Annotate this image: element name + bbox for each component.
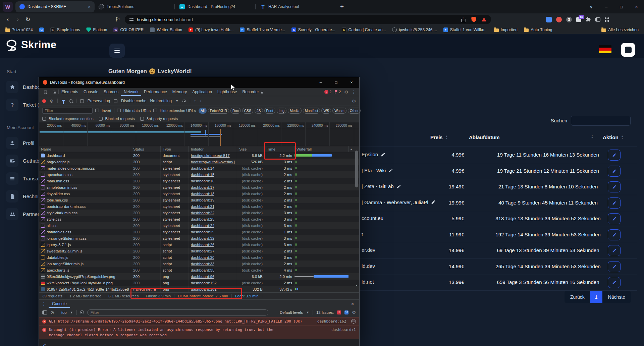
initiator-link[interactable]: dashboard:161 [191,287,217,291]
throttling-select[interactable]: No throttling [150,99,172,103]
sidebar-toggle-icon[interactable] [595,17,600,22]
devtools-tab-sources[interactable]: Sources [101,88,121,96]
initiator-link[interactable]: dashboard:15 [191,173,214,177]
filter-chip-css[interactable]: CSS [242,108,254,114]
network-conditions-icon[interactable] [182,100,186,102]
initiator-link[interactable]: dashboard:26 [191,243,214,247]
inspect-icon[interactable] [41,90,50,94]
initiator-link[interactable]: dashboard:22 [191,211,214,215]
preserve-log-checkbox[interactable] [80,99,84,103]
devtools-tab-network[interactable]: Network [121,88,141,96]
devtools-titlebar[interactable]: DevTools - hosting.skrime.eu/dashboard –… [39,77,359,88]
column-header-name[interactable]: Name [39,146,131,152]
edit-domain-button[interactable] [608,181,621,192]
bookmark-item[interactable]: ▸Staffel 1 von Verme... [240,27,285,32]
back-icon[interactable]: ‹ [3,13,13,25]
browser-tab[interactable]: ≡Dashboard - ProHosting24 [175,1,255,12]
devtools-tab-elements[interactable]: Elements [59,88,81,96]
bookmark-item[interactable]: Importiert [494,27,518,32]
edit-domain-button[interactable] [608,150,621,161]
column-header-expiry[interactable]: Ablaufdatum [469,134,500,140]
bookmark-item[interactable]: WCOLORIZER [113,27,144,32]
error-url-link[interactable]: https://skrime.eu/data/61957-2a59a481-2a… [58,319,222,324]
filter-icon[interactable] [61,100,65,102]
pagination-current[interactable]: 1 [590,291,602,303]
console-prompt[interactable]: > [39,339,359,346]
initiator-link[interactable]: dashboard:19 [191,198,214,202]
initiator-link[interactable]: hosting.skrime.eu/:517 [191,154,230,158]
hide-extension-urls-checkbox[interactable] [153,109,157,112]
bookmark-item[interactable]: CCarbon | Create an... [342,27,386,32]
initiator-link[interactable]: dashboard:18 [191,192,214,196]
issues-count-badge[interactable]: 2 [335,90,341,94]
request-row[interactable]: 0l3ex0tkhukjyszygt87np3ongaicbkw.png200p… [39,273,359,280]
scrollbar-up-icon[interactable]: ▲ [348,146,354,152]
console-settings-icon[interactable]: ⚙ [352,310,356,315]
puzzle-icon[interactable] [586,17,591,22]
clear-console-icon[interactable]: ⊘ [50,310,54,315]
maximize-icon[interactable]: □ [328,77,344,88]
initiator-link[interactable]: dashboard:29 [191,230,214,234]
levels-select[interactable]: Default levels [280,310,303,314]
filter-chip-other[interactable]: Other [348,108,361,114]
initiator-link[interactable]: dashboard:35 [191,268,214,272]
console-filter-input[interactable] [87,309,268,315]
request-row[interactable]: apexcharts.js200scriptdashboard:35(disk … [39,267,359,273]
edit-name-icon[interactable] [396,184,401,189]
column-header-action[interactable]: Aktion▲▼ [603,134,624,140]
edit-name-icon[interactable] [381,152,385,157]
filter-chip-wasm[interactable]: Wasm [332,108,346,114]
reveal-icon[interactable]: ⓘ [351,319,356,324]
reading-list-icon[interactable]: ⚐ [113,13,123,25]
column-header-time[interactable]: Time [265,146,294,152]
apps-grid-icon[interactable] [605,17,609,22]
import-har-icon[interactable]: ↑ [194,99,196,103]
request-row[interactable]: style-dark.min.css200stylesheetdashboard… [39,210,359,216]
filter-chip-doc[interactable]: Doc [230,108,241,114]
bookmark-item[interactable]: SScreely - Generate... [291,27,335,32]
request-row[interactable]: ion.rangeSlider.min.js200scriptdashboard… [39,261,359,267]
initiator-link[interactable]: dashboard:21 [191,205,214,209]
console-sidebar-icon[interactable] [42,310,47,314]
request-row[interactable]: style.css200stylesheetdashboard:23(disk … [39,216,359,222]
initiator-link[interactable]: dashboard:152 [191,281,217,285]
share-icon[interactable] [461,19,466,22]
site-settings-icon[interactable] [129,17,133,21]
edit-domain-button[interactable] [608,245,621,256]
request-row[interactable]: tobii.min.css200stylesheetdashboard:19(d… [39,197,359,203]
extension-icon[interactable] [556,17,562,22]
filter-chip-media[interactable]: Media [288,108,302,114]
export-har-icon[interactable]: ↓ [200,99,202,103]
filter-chip-img[interactable]: Img [277,108,287,114]
request-row[interactable]: tiny-slider.css200stylesheetdashboard:18… [39,190,359,197]
column-header-waterfall[interactable]: Waterfall [294,146,348,152]
filter-chip-ws[interactable]: WS [321,108,331,114]
hide-data-urls-checkbox[interactable] [117,109,121,112]
theme-toggle-button[interactable] [621,43,635,57]
blocked-checkbox[interactable] [99,117,103,121]
request-row[interactable]: jquery-3.7.1.js200scriptdashboard:26(dis… [39,241,359,248]
device-toolbar-icon[interactable] [50,90,58,94]
issues-label[interactable]: 12 Issues: [316,310,334,314]
sort-icons[interactable]: ▲▼ [591,134,593,139]
bookmark-item[interactable]: ▸(9) Lazy town Haftb... [189,27,233,32]
search-icon[interactable] [69,99,72,103]
initiator-link[interactable]: dashboard:33 [191,262,214,266]
brave-rewards-icon[interactable] [482,17,486,21]
more-menu-icon[interactable]: ⋮ [352,90,356,95]
brave-shield-icon[interactable] [471,17,476,22]
column-header-type[interactable]: Type [161,146,189,152]
profile-avatar[interactable]: W [3,2,13,12]
bookmark-item[interactable]: Wetter Station [150,27,182,32]
devtools-tab-memory[interactable]: Memory [170,88,190,96]
close-icon[interactable]: × [346,301,359,306]
request-row[interactable]: ion.rangeSlider.min.css200stylesheetdash… [39,235,359,241]
extension-icon[interactable] [546,17,552,22]
filter-chip-fetchxhr[interactable]: Fetch/XHR [208,108,229,114]
network-overview[interactable]: 20000 ms40000 ms60000 ms80000 ms100000 m… [39,122,359,146]
console-error[interactable]: × Uncaught (in promise) Error: A listene… [39,326,359,339]
request-row[interactable]: datatables.js200scriptdashboard:30(disk … [39,254,359,261]
request-row[interactable]: all.css200stylesheetdashboard:24(disk ca… [39,222,359,229]
console-tab[interactable]: Console [49,300,70,308]
pagination-next[interactable]: Nächste [602,291,631,303]
